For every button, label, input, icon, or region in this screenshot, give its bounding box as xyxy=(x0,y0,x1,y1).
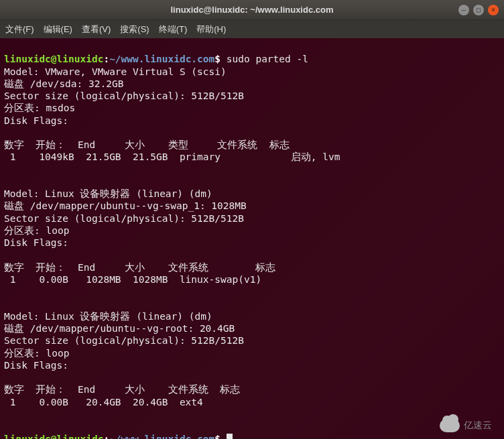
terminal-area[interactable]: linuxidc@linuxidc:~/www.linuxidc.com$ su… xyxy=(0,38,504,439)
disk2-model: Model: Linux 设备映射器 (linear) (dm) xyxy=(4,188,212,199)
menu-search[interactable]: 搜索(S) xyxy=(120,23,149,36)
prompt2-colon: : xyxy=(103,434,109,440)
disk2-sector: Sector size (logical/physical): 512B/512… xyxy=(4,213,244,224)
command-text: sudo parted -l xyxy=(227,54,308,64)
disk3-disk: 磁盘 /dev/mapper/ubuntu--vg-root: 20.4GB xyxy=(4,323,235,334)
disk1-sector: Sector size (logical/physical): 512B/512… xyxy=(4,90,244,101)
menubar: 文件(F) 编辑(E) 查看(V) 搜索(S) 终端(T) 帮助(H) xyxy=(0,20,504,38)
prompt2-userhost: linuxidc@linuxidc xyxy=(4,434,103,440)
disk2-flags: Disk Flags: xyxy=(4,237,68,248)
disk1-table: 分区表: msdos xyxy=(4,103,75,113)
watermark: 亿速云 xyxy=(440,419,492,432)
titlebar: linuxidc@linuxidc: ~/www.linuxidc.com – … xyxy=(0,0,504,20)
cloud-icon xyxy=(440,419,460,432)
disk3-flags: Disk Flags: xyxy=(4,360,68,371)
disk1-row: 1 1049kB 21.5GB 21.5GB primary 启动, lvm xyxy=(4,151,340,162)
menu-file[interactable]: 文件(F) xyxy=(5,23,34,36)
menu-view[interactable]: 查看(V) xyxy=(82,23,111,36)
disk2-row: 1 0.00B 1028MB 1028MB linux-swap(v1) xyxy=(4,274,261,285)
disk2-table: 分区表: loop xyxy=(4,225,69,236)
menu-help[interactable]: 帮助(H) xyxy=(196,23,226,36)
cursor xyxy=(227,434,233,440)
prompt-path: ~/www.linuxidc.com xyxy=(109,54,214,64)
disk1-model: Model: VMware, VMware Virtual S (scsi) xyxy=(4,66,227,77)
maximize-button[interactable]: □ xyxy=(473,5,484,15)
prompt-dollar: $ xyxy=(214,54,220,64)
menu-terminal[interactable]: 终端(T) xyxy=(159,23,188,36)
prompt2-dollar: $ xyxy=(214,434,220,440)
disk3-row: 1 0.00B 20.4GB 20.4GB ext4 xyxy=(4,397,203,407)
disk2-header: 数字 开始： End 大小 文件系统 标志 xyxy=(4,262,275,273)
watermark-text: 亿速云 xyxy=(464,420,492,432)
window-title: linuxidc@linuxidc: ~/www.linuxidc.com xyxy=(7,5,497,15)
disk1-header: 数字 开始： End 大小 类型 文件系统 标志 xyxy=(4,139,290,150)
minimize-button[interactable]: – xyxy=(458,5,469,15)
disk3-header: 数字 开始： End 大小 文件系统 标志 xyxy=(4,384,240,395)
prompt-colon: : xyxy=(103,54,109,64)
terminal-content: linuxidc@linuxidc:~/www.linuxidc.com$ su… xyxy=(4,53,500,439)
window-controls: – □ × xyxy=(458,5,499,15)
prompt-userhost: linuxidc@linuxidc xyxy=(4,54,103,64)
close-button[interactable]: × xyxy=(488,5,499,15)
disk3-sector: Sector size (logical/physical): 512B/512… xyxy=(4,335,244,346)
disk2-disk: 磁盘 /dev/mapper/ubuntu--vg-swap_1: 1028MB xyxy=(4,200,247,211)
disk1-disk: 磁盘 /dev/sda: 32.2GB xyxy=(4,78,123,89)
disk3-model: Model: Linux 设备映射器 (linear) (dm) xyxy=(4,311,212,322)
menu-edit[interactable]: 编辑(E) xyxy=(44,23,72,36)
disk1-flags: Disk Flags: xyxy=(4,115,68,126)
prompt2-path: ~/www.linuxidc.com xyxy=(109,434,214,440)
disk3-table: 分区表: loop xyxy=(4,348,69,359)
